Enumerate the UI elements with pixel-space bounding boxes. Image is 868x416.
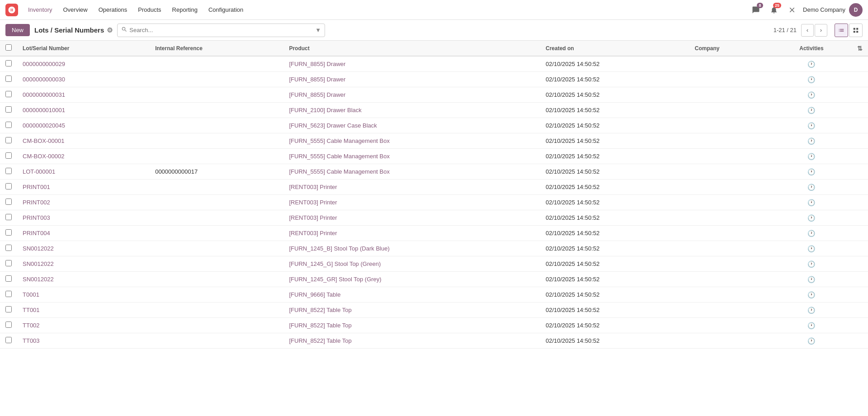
- cell-lot-serial[interactable]: 0000000010001: [17, 103, 150, 118]
- new-button[interactable]: New: [5, 24, 30, 36]
- cell-activities[interactable]: 🕐: [771, 241, 852, 256]
- row-checkbox[interactable]: [5, 168, 12, 174]
- cell-product[interactable]: [FURN_1245_G] Stool Top (Green): [283, 256, 540, 272]
- cell-activities[interactable]: 🕐: [771, 118, 852, 133]
- row-checkbox[interactable]: [5, 245, 12, 251]
- row-checkbox[interactable]: [5, 60, 12, 66]
- kanban-view-button[interactable]: [849, 24, 863, 37]
- cell-product[interactable]: [FURN_8855] Drawer: [283, 87, 540, 103]
- cell-activities[interactable]: 🕐: [771, 256, 852, 272]
- cell-lot-serial[interactable]: 0000000000031: [17, 87, 150, 103]
- cell-lot-serial[interactable]: 0000000020045: [17, 118, 150, 133]
- activity-clock-icon[interactable]: 🕐: [807, 61, 815, 68]
- cell-product[interactable]: [RENT003] Printer: [283, 180, 540, 195]
- row-checkbox[interactable]: [5, 229, 12, 236]
- row-checkbox-cell[interactable]: [0, 180, 17, 195]
- cell-activities[interactable]: 🕐: [771, 180, 852, 195]
- row-checkbox[interactable]: [5, 275, 12, 282]
- search-bar[interactable]: ▼: [117, 24, 325, 37]
- cell-activities[interactable]: 🕐: [771, 133, 852, 149]
- activity-clock-icon[interactable]: 🕐: [807, 137, 815, 145]
- row-checkbox-cell[interactable]: [0, 87, 17, 103]
- cell-activities[interactable]: 🕐: [771, 103, 852, 118]
- table-row[interactable]: TT003 [FURN_8522] Table Top 02/10/2025 1…: [0, 333, 868, 349]
- row-checkbox-cell[interactable]: [0, 56, 17, 72]
- row-checkbox-cell[interactable]: [0, 133, 17, 149]
- col-company[interactable]: Company: [689, 41, 771, 56]
- row-checkbox-cell[interactable]: [0, 241, 17, 256]
- cell-activities[interactable]: 🕐: [771, 164, 852, 180]
- table-row[interactable]: PRINT001 [RENT003] Printer 02/10/2025 14…: [0, 180, 868, 195]
- cell-product[interactable]: [FURN_8855] Drawer: [283, 72, 540, 87]
- cell-activities[interactable]: 🕐: [771, 333, 852, 349]
- table-row[interactable]: 0000000010001 [FURN_2100] Drawer Black 0…: [0, 103, 868, 118]
- select-all-checkbox[interactable]: [5, 44, 12, 51]
- cell-activities[interactable]: 🕐: [771, 56, 852, 72]
- cell-product[interactable]: [FURN_5555] Cable Management Box: [283, 133, 540, 149]
- row-checkbox[interactable]: [5, 291, 12, 297]
- activity-clock-icon[interactable]: 🕐: [807, 276, 815, 283]
- cell-product[interactable]: [FURN_5555] Cable Management Box: [283, 164, 540, 180]
- cell-product[interactable]: [FURN_8855] Drawer: [283, 56, 540, 72]
- row-checkbox-cell[interactable]: [0, 118, 17, 133]
- row-checkbox[interactable]: [5, 106, 12, 113]
- table-row[interactable]: TT002 [FURN_8522] Table Top 02/10/2025 1…: [0, 318, 868, 333]
- table-row[interactable]: TT001 [FURN_8522] Table Top 02/10/2025 1…: [0, 303, 868, 318]
- cell-product[interactable]: [FURN_8522] Table Top: [283, 333, 540, 349]
- table-row[interactable]: 0000000000029 [FURN_8855] Drawer 02/10/2…: [0, 56, 868, 72]
- col-created-on[interactable]: Created on: [540, 41, 689, 56]
- table-row[interactable]: 0000000020045 [FURN_5623] Drawer Case Bl…: [0, 118, 868, 133]
- row-checkbox-cell[interactable]: [0, 72, 17, 87]
- row-checkbox[interactable]: [5, 152, 12, 159]
- activity-clock-icon[interactable]: 🕐: [807, 260, 815, 268]
- table-row[interactable]: CM-BOX-00001 [FURN_5555] Cable Managemen…: [0, 133, 868, 149]
- row-checkbox-cell[interactable]: [0, 149, 17, 164]
- table-row[interactable]: PRINT003 [RENT003] Printer 02/10/2025 14…: [0, 210, 868, 226]
- nav-configuration[interactable]: Configuration: [204, 4, 248, 16]
- cell-product[interactable]: [FURN_9666] Table: [283, 287, 540, 303]
- cell-lot-serial[interactable]: SN0012022: [17, 241, 150, 256]
- cell-product[interactable]: [FURN_1245_B] Stool Top (Dark Blue): [283, 241, 540, 256]
- cell-lot-serial[interactable]: PRINT001: [17, 180, 150, 195]
- row-checkbox[interactable]: [5, 337, 12, 343]
- activity-clock-icon[interactable]: 🕐: [807, 184, 815, 191]
- select-all-header[interactable]: [0, 41, 17, 56]
- table-row[interactable]: LOT-000001 0000000000017 [FURN_5555] Cab…: [0, 164, 868, 180]
- cell-product[interactable]: [FURN_2100] Drawer Black: [283, 103, 540, 118]
- row-checkbox[interactable]: [5, 199, 12, 205]
- cell-activities[interactable]: 🕐: [771, 210, 852, 226]
- messages-button[interactable]: 8: [749, 3, 763, 17]
- pagination-prev[interactable]: ‹: [801, 24, 814, 37]
- cell-activities[interactable]: 🕐: [771, 87, 852, 103]
- cell-activities[interactable]: 🕐: [771, 272, 852, 287]
- activity-clock-icon[interactable]: 🕐: [807, 291, 815, 298]
- activity-clock-icon[interactable]: 🕐: [807, 322, 815, 329]
- row-checkbox[interactable]: [5, 183, 12, 189]
- activity-clock-icon[interactable]: 🕐: [807, 122, 815, 129]
- cell-lot-serial[interactable]: TT003: [17, 333, 150, 349]
- nav-overview[interactable]: Overview: [58, 4, 92, 16]
- cell-lot-serial[interactable]: SN0012022: [17, 256, 150, 272]
- cell-lot-serial[interactable]: LOT-000001: [17, 164, 150, 180]
- table-row[interactable]: CM-BOX-00002 [FURN_5555] Cable Managemen…: [0, 149, 868, 164]
- row-checkbox-cell[interactable]: [0, 103, 17, 118]
- cell-product[interactable]: [RENT003] Printer: [283, 210, 540, 226]
- cell-lot-serial[interactable]: T0001: [17, 287, 150, 303]
- row-checkbox-cell[interactable]: [0, 272, 17, 287]
- cell-activities[interactable]: 🕐: [771, 226, 852, 241]
- activity-clock-icon[interactable]: 🕐: [807, 91, 815, 99]
- col-product[interactable]: Product: [283, 41, 540, 56]
- col-activities[interactable]: Activities: [771, 41, 852, 56]
- list-view-button[interactable]: [835, 24, 848, 37]
- row-checkbox-cell[interactable]: [0, 303, 17, 318]
- company-name[interactable]: Demo Company: [803, 6, 845, 13]
- activity-clock-icon[interactable]: 🕐: [807, 230, 815, 237]
- activity-clock-icon[interactable]: 🕐: [807, 307, 815, 314]
- cell-lot-serial[interactable]: PRINT004: [17, 226, 150, 241]
- table-row[interactable]: SN0012022 [FURN_1245_B] Stool Top (Dark …: [0, 241, 868, 256]
- activity-clock-icon[interactable]: 🕐: [807, 214, 815, 222]
- row-checkbox-cell[interactable]: [0, 256, 17, 272]
- search-dropdown-icon[interactable]: ▼: [313, 27, 321, 33]
- col-lot-serial[interactable]: Lot/Serial Number: [17, 41, 150, 56]
- cell-activities[interactable]: 🕐: [771, 303, 852, 318]
